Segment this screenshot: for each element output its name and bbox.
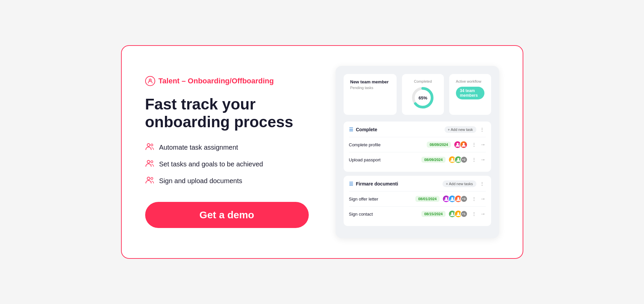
task-row-upload-passport: Upload passport 08/09/2024 +2 ⋮	[349, 152, 486, 167]
svg-point-9	[457, 143, 459, 145]
add-task-btn-1[interactable]: + Add new task	[445, 126, 476, 133]
people-icon-3	[145, 176, 155, 186]
donut-chart: 65%	[411, 86, 434, 109]
list-icon-1: ☰	[349, 127, 353, 132]
svg-point-10	[463, 143, 465, 145]
task-actions-2: 08/09/2024 +2 ⋮ →	[421, 156, 485, 164]
svg-point-11	[451, 158, 453, 160]
avatar-1b	[460, 141, 468, 149]
svg-point-12	[457, 158, 459, 160]
complete-actions: + Add new task ⋮	[445, 126, 486, 133]
avatars-1	[454, 141, 468, 149]
task-row-sign-offer: Sign offer letter 08/01/2024	[349, 191, 486, 206]
svg-point-6	[151, 177, 153, 179]
complete-section-header: ☰ Complete + Add new task ⋮	[349, 126, 486, 133]
active-workflow-label: Active workflow	[456, 79, 484, 83]
team-badge: 34 team members	[456, 87, 484, 99]
firmare-section-header: ☰ Firmare documenti + Add new tasks ⋮	[349, 180, 486, 187]
date-badge-3: 08/01/2024	[415, 196, 439, 202]
right-panel: New team member Pending tasks Completed …	[336, 66, 499, 238]
active-workflow-card: Active workflow 34 team members	[449, 74, 491, 115]
team-member-card: New team member Pending tasks	[344, 74, 397, 115]
task-arrow-btn-3[interactable]: →	[480, 196, 486, 202]
more-btn-1[interactable]: ⋮	[478, 126, 486, 133]
task-actions-4: 08/15/2024 +1 ⋮ →	[421, 210, 485, 218]
feature-list: Automate task assignment Set tasks and g…	[145, 143, 309, 186]
task-more-btn-2[interactable]: ⋮	[470, 156, 478, 163]
task-row-complete-profile: Complete profile 08/09/2024 ⋮ →	[349, 137, 486, 152]
svg-point-5	[147, 177, 150, 180]
add-task-btn-2[interactable]: + Add new tasks	[443, 180, 476, 187]
svg-point-14	[451, 197, 453, 199]
avatar-count-3: +3	[460, 195, 468, 203]
task-name-sign-contact: Sign contact	[349, 212, 373, 217]
date-badge-4: 08/15/2024	[421, 211, 445, 217]
hero-heading: Fast track your onboarding process	[145, 95, 309, 131]
task-arrow-btn-2[interactable]: →	[480, 157, 486, 163]
avatars-2: +2	[448, 156, 468, 164]
avatar-count-2: +2	[460, 156, 468, 163]
feature-automate: Automate task assignment	[145, 143, 309, 152]
complete-section-title: ☰ Complete	[349, 127, 377, 132]
task-more-btn-4[interactable]: ⋮	[470, 211, 478, 217]
task-row-sign-contact: Sign contact 08/15/2024 +1 ⋮	[349, 206, 486, 221]
team-member-label: New team member	[350, 79, 390, 84]
stats-row: New team member Pending tasks Completed …	[344, 74, 491, 115]
feature-goals: Set tasks and goals to be achieved	[145, 160, 309, 169]
date-badge-1: 08/09/2024	[427, 142, 451, 148]
task-name-sign-offer: Sign offer letter	[349, 197, 378, 202]
firmare-actions: + Add new tasks ⋮	[443, 180, 485, 187]
list-icon-2: ☰	[349, 181, 353, 186]
avatars-4: +1	[448, 210, 468, 218]
task-arrow-btn-4[interactable]: →	[480, 211, 486, 217]
pending-label: Pending tasks	[350, 86, 390, 90]
svg-point-15	[457, 197, 459, 199]
feature-docs: Sign and upload documents	[145, 176, 309, 186]
more-btn-2[interactable]: ⋮	[478, 180, 486, 187]
task-name-upload-passport: Upload passport	[349, 157, 381, 162]
get-demo-button[interactable]: Get a demo	[145, 202, 309, 228]
task-actions-1: 08/09/2024 ⋮ →	[427, 141, 485, 149]
task-actions-3: 08/01/2024 +3	[415, 195, 485, 203]
task-more-btn-1[interactable]: ⋮	[470, 141, 478, 148]
donut-pct: 65%	[418, 95, 427, 100]
app-mockup: New team member Pending tasks Completed …	[336, 66, 499, 238]
task-arrow-btn-1[interactable]: →	[480, 142, 486, 148]
date-badge-2: 08/09/2024	[421, 157, 445, 163]
completed-card: Completed 65%	[402, 74, 444, 115]
svg-point-13	[445, 197, 447, 199]
svg-point-3	[147, 160, 150, 163]
svg-point-4	[151, 161, 153, 163]
svg-point-16	[451, 212, 453, 214]
firmare-section-title: ☰ Firmare documenti	[349, 181, 398, 186]
completed-label: Completed	[414, 79, 432, 83]
people-icon-1	[145, 143, 155, 152]
svg-point-2	[151, 144, 153, 146]
left-panel: Talent – Onboarding/Offboarding Fast tra…	[145, 76, 309, 228]
main-card: Talent – Onboarding/Offboarding Fast tra…	[121, 45, 523, 259]
task-name-complete-profile: Complete profile	[349, 142, 381, 147]
firmare-section: ☰ Firmare documenti + Add new tasks ⋮ Si…	[344, 176, 491, 226]
brand-icon	[145, 76, 155, 86]
svg-point-17	[457, 212, 459, 214]
brand-title: Talent – Onboarding/Offboarding	[145, 76, 309, 86]
svg-point-1	[147, 144, 150, 146]
avatars-3: +3	[442, 195, 468, 203]
complete-section: ☰ Complete + Add new task ⋮ Complete pro…	[344, 122, 491, 172]
avatar-count-4: +1	[460, 210, 468, 218]
task-more-btn-3[interactable]: ⋮	[470, 196, 478, 202]
people-icon-2	[145, 160, 155, 169]
